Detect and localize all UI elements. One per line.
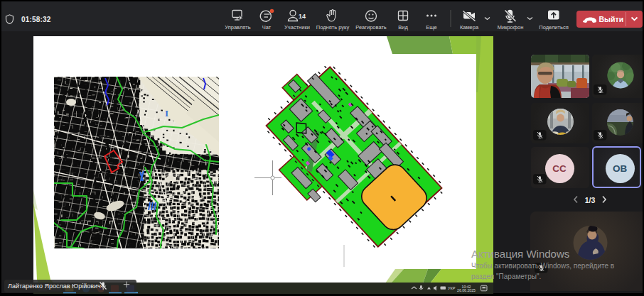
- svg-text:1/3: 1/3: [585, 196, 596, 204]
- svg-text:26.06.2025: 26.06.2025: [457, 288, 476, 292]
- svg-text:I: I: [165, 108, 168, 119]
- svg-text:УКР: УКР: [448, 286, 456, 290]
